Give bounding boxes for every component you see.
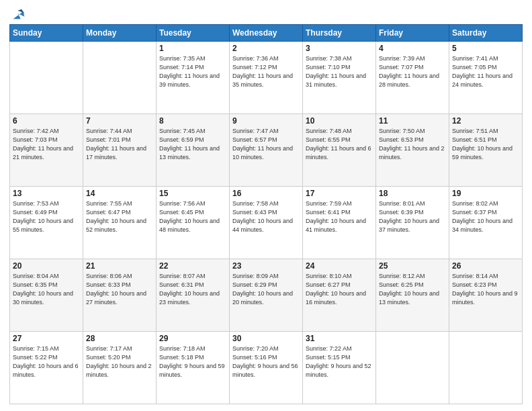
day-number: 22 xyxy=(159,261,226,271)
day-info: Sunrise: 8:14 AM Sunset: 6:23 PM Dayligh… xyxy=(452,272,519,307)
calendar-week-3: 13Sunrise: 7:53 AM Sunset: 6:49 PM Dayli… xyxy=(10,187,523,259)
calendar-cell xyxy=(10,42,83,114)
page: SundayMondayTuesdayWednesdayThursdayFrid… xyxy=(0,0,532,411)
calendar-cell: 12Sunrise: 7:51 AM Sunset: 6:51 PM Dayli… xyxy=(449,114,523,187)
day-number: 8 xyxy=(159,116,226,126)
calendar-table: SundayMondayTuesdayWednesdayThursdayFrid… xyxy=(9,24,523,404)
day-info: Sunrise: 7:35 AM Sunset: 7:14 PM Dayligh… xyxy=(159,54,226,89)
calendar-week-2: 6Sunrise: 7:42 AM Sunset: 7:03 PM Daylig… xyxy=(10,114,523,187)
calendar-cell: 10Sunrise: 7:48 AM Sunset: 6:55 PM Dayli… xyxy=(303,114,376,187)
header xyxy=(9,7,523,19)
day-number: 28 xyxy=(86,334,153,343)
calendar-cell xyxy=(376,332,449,404)
calendar-week-1: 1Sunrise: 7:35 AM Sunset: 7:14 PM Daylig… xyxy=(10,42,523,114)
svg-marker-1 xyxy=(17,9,24,14)
day-number: 26 xyxy=(452,261,519,271)
day-info: Sunrise: 7:59 AM Sunset: 6:41 PM Dayligh… xyxy=(306,199,373,234)
day-number: 17 xyxy=(306,189,373,198)
calendar-week-5: 27Sunrise: 7:15 AM Sunset: 5:22 PM Dayli… xyxy=(10,332,523,404)
calendar-cell: 26Sunrise: 8:14 AM Sunset: 6:23 PM Dayli… xyxy=(449,259,523,332)
day-number: 12 xyxy=(452,116,519,126)
day-number: 10 xyxy=(306,116,373,126)
day-info: Sunrise: 8:10 AM Sunset: 6:27 PM Dayligh… xyxy=(306,272,373,307)
day-number: 5 xyxy=(452,44,519,53)
day-info: Sunrise: 7:15 AM Sunset: 5:22 PM Dayligh… xyxy=(13,345,80,379)
day-number: 4 xyxy=(379,44,446,53)
day-number: 9 xyxy=(232,116,300,126)
calendar-cell: 1Sunrise: 7:35 AM Sunset: 7:14 PM Daylig… xyxy=(157,42,230,114)
day-info: Sunrise: 7:55 AM Sunset: 6:47 PM Dayligh… xyxy=(86,199,153,234)
day-header-wednesday: Wednesday xyxy=(230,25,303,42)
day-number: 15 xyxy=(159,189,226,198)
calendar-cell: 11Sunrise: 7:50 AM Sunset: 6:53 PM Dayli… xyxy=(376,114,449,187)
day-number: 20 xyxy=(13,261,80,271)
day-number: 18 xyxy=(379,189,446,198)
day-info: Sunrise: 7:53 AM Sunset: 6:49 PM Dayligh… xyxy=(13,199,80,234)
calendar-cell: 17Sunrise: 7:59 AM Sunset: 6:41 PM Dayli… xyxy=(303,187,376,259)
day-info: Sunrise: 7:41 AM Sunset: 7:05 PM Dayligh… xyxy=(452,54,519,89)
logo xyxy=(9,7,26,19)
day-info: Sunrise: 7:44 AM Sunset: 7:01 PM Dayligh… xyxy=(86,127,153,162)
calendar-cell: 5Sunrise: 7:41 AM Sunset: 7:05 PM Daylig… xyxy=(449,42,523,114)
day-header-sunday: Sunday xyxy=(10,25,83,42)
day-number: 16 xyxy=(232,189,300,198)
day-info: Sunrise: 7:20 AM Sunset: 5:16 PM Dayligh… xyxy=(232,345,300,379)
day-info: Sunrise: 7:42 AM Sunset: 7:03 PM Dayligh… xyxy=(13,127,80,162)
day-info: Sunrise: 7:39 AM Sunset: 7:07 PM Dayligh… xyxy=(379,54,446,89)
logo-text xyxy=(9,7,26,21)
day-info: Sunrise: 8:07 AM Sunset: 6:31 PM Dayligh… xyxy=(159,272,226,307)
day-number: 7 xyxy=(86,116,153,126)
logo-icon xyxy=(11,7,26,21)
day-info: Sunrise: 7:56 AM Sunset: 6:45 PM Dayligh… xyxy=(159,199,226,234)
calendar-cell: 4Sunrise: 7:39 AM Sunset: 7:07 PM Daylig… xyxy=(376,42,449,114)
calendar-cell: 29Sunrise: 7:18 AM Sunset: 5:18 PM Dayli… xyxy=(157,332,230,404)
day-info: Sunrise: 7:22 AM Sunset: 5:15 PM Dayligh… xyxy=(306,345,373,379)
calendar-cell: 25Sunrise: 8:12 AM Sunset: 6:25 PM Dayli… xyxy=(376,259,449,332)
calendar-cell xyxy=(449,332,523,404)
day-number: 6 xyxy=(13,116,80,126)
day-info: Sunrise: 8:12 AM Sunset: 6:25 PM Dayligh… xyxy=(379,272,446,307)
day-header-monday: Monday xyxy=(83,25,157,42)
calendar-week-4: 20Sunrise: 8:04 AM Sunset: 6:35 PM Dayli… xyxy=(10,259,523,332)
calendar-cell: 14Sunrise: 7:55 AM Sunset: 6:47 PM Dayli… xyxy=(83,187,157,259)
day-header-tuesday: Tuesday xyxy=(157,25,230,42)
calendar-cell: 18Sunrise: 8:01 AM Sunset: 6:39 PM Dayli… xyxy=(376,187,449,259)
day-info: Sunrise: 8:04 AM Sunset: 6:35 PM Dayligh… xyxy=(13,272,80,307)
calendar-cell: 13Sunrise: 7:53 AM Sunset: 6:49 PM Dayli… xyxy=(10,187,83,259)
calendar-cell: 22Sunrise: 8:07 AM Sunset: 6:31 PM Dayli… xyxy=(157,259,230,332)
day-info: Sunrise: 7:36 AM Sunset: 7:12 PM Dayligh… xyxy=(232,54,300,89)
day-header-friday: Friday xyxy=(376,25,449,42)
calendar-cell: 9Sunrise: 7:47 AM Sunset: 6:57 PM Daylig… xyxy=(230,114,303,187)
calendar-cell: 24Sunrise: 8:10 AM Sunset: 6:27 PM Dayli… xyxy=(303,259,376,332)
day-info: Sunrise: 8:09 AM Sunset: 6:29 PM Dayligh… xyxy=(232,272,300,307)
day-info: Sunrise: 7:45 AM Sunset: 6:59 PM Dayligh… xyxy=(159,127,226,162)
day-number: 1 xyxy=(159,44,226,53)
day-info: Sunrise: 8:01 AM Sunset: 6:39 PM Dayligh… xyxy=(379,199,446,234)
day-number: 27 xyxy=(13,334,80,343)
calendar-cell: 27Sunrise: 7:15 AM Sunset: 5:22 PM Dayli… xyxy=(10,332,83,404)
day-number: 3 xyxy=(306,44,373,53)
day-info: Sunrise: 7:58 AM Sunset: 6:43 PM Dayligh… xyxy=(232,199,300,234)
day-number: 30 xyxy=(232,334,300,343)
day-info: Sunrise: 7:48 AM Sunset: 6:55 PM Dayligh… xyxy=(306,127,373,162)
day-info: Sunrise: 7:51 AM Sunset: 6:51 PM Dayligh… xyxy=(452,127,519,162)
day-info: Sunrise: 8:06 AM Sunset: 6:33 PM Dayligh… xyxy=(86,272,153,307)
calendar-cell: 6Sunrise: 7:42 AM Sunset: 7:03 PM Daylig… xyxy=(10,114,83,187)
calendar-cell: 21Sunrise: 8:06 AM Sunset: 6:33 PM Dayli… xyxy=(83,259,157,332)
calendar-cell: 16Sunrise: 7:58 AM Sunset: 6:43 PM Dayli… xyxy=(230,187,303,259)
day-number: 24 xyxy=(306,261,373,271)
day-number: 23 xyxy=(232,261,300,271)
calendar-cell: 19Sunrise: 8:02 AM Sunset: 6:37 PM Dayli… xyxy=(449,187,523,259)
day-number: 11 xyxy=(379,116,446,126)
day-info: Sunrise: 7:50 AM Sunset: 6:53 PM Dayligh… xyxy=(379,127,446,162)
day-number: 25 xyxy=(379,261,446,271)
calendar-cell: 20Sunrise: 8:04 AM Sunset: 6:35 PM Dayli… xyxy=(10,259,83,332)
day-number: 13 xyxy=(13,189,80,198)
day-number: 31 xyxy=(306,334,373,343)
calendar-cell: 7Sunrise: 7:44 AM Sunset: 7:01 PM Daylig… xyxy=(83,114,157,187)
day-header-saturday: Saturday xyxy=(449,25,523,42)
day-header-thursday: Thursday xyxy=(303,25,376,42)
calendar-cell: 8Sunrise: 7:45 AM Sunset: 6:59 PM Daylig… xyxy=(157,114,230,187)
calendar-cell xyxy=(83,42,157,114)
day-number: 14 xyxy=(86,189,153,198)
